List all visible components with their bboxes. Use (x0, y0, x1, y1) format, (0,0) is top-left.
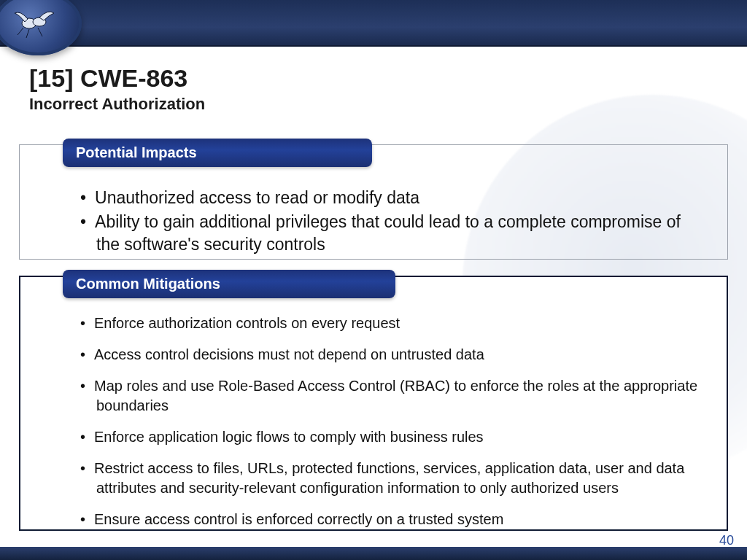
wasp-icon (13, 3, 57, 39)
mitigations-item: Map roles and use Role-Based Access Cont… (80, 376, 703, 416)
page-title: [15] CWE-863 (29, 64, 187, 93)
page-number: 40 (719, 533, 734, 548)
top-bar (0, 0, 747, 47)
mitigations-item: Enforce application logic flows to compl… (80, 427, 703, 447)
logo-circle (0, 0, 82, 55)
svg-line-4 (38, 28, 42, 36)
mitigations-item: Restrict access to files, URLs, protecte… (80, 459, 703, 498)
slide: [15] CWE-863 Incorrect Authorization Pot… (0, 0, 747, 560)
mitigations-list: Enforce authorization controls on every … (80, 314, 703, 541)
svg-line-3 (26, 29, 29, 38)
mitigations-heading-label: Common Mitigations (76, 276, 220, 292)
page-subtitle: Incorrect Authorization (29, 95, 205, 114)
impacts-item: Ability to gain additional privileges th… (80, 211, 696, 256)
mitigations-item: Enforce authorization controls on every … (80, 314, 703, 333)
mitigations-item: Ensure access control is enforced correc… (80, 510, 703, 529)
mitigations-item: Access control decisions must not depend… (80, 345, 703, 365)
impacts-item: Unauthorized access to read or modify da… (80, 187, 696, 209)
mitigations-heading-pill: Common Mitigations (63, 270, 395, 298)
svg-line-2 (18, 28, 23, 35)
impacts-heading-pill: Potential Impacts (63, 139, 372, 167)
bottom-bar (0, 547, 747, 560)
impacts-heading-label: Potential Impacts (76, 144, 197, 160)
impacts-list: Unauthorized access to read or modify da… (80, 187, 696, 257)
